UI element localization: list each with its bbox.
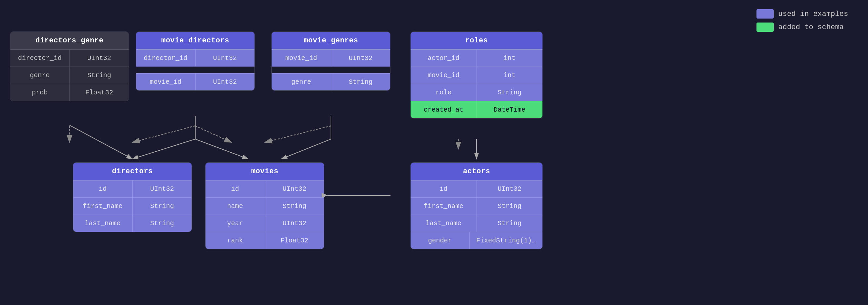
svg-line-15	[281, 139, 331, 159]
table-row: rank Float32	[206, 232, 324, 249]
table-row: last_name String	[411, 215, 542, 232]
legend-box-blue	[756, 9, 774, 19]
table-rows-actors: id UInt32 first_name String last_name St…	[411, 180, 542, 249]
table-row-created-at: created_at DateTime	[411, 101, 542, 118]
table-rows-directors-genre: director_id UInt32 genre String prob Flo…	[10, 49, 129, 101]
table-actors: actors id UInt32 first_name String last_…	[410, 162, 543, 249]
table-row: movie_id UInt32	[136, 73, 254, 90]
table-row: first_name String	[73, 197, 192, 215]
legend: used in examples added to schema	[756, 9, 848, 32]
svg-line-2	[132, 126, 195, 142]
table-row: role String	[411, 84, 542, 101]
table-row: actor_id int	[411, 49, 542, 66]
table-header-movies: movies	[206, 163, 324, 180]
svg-line-13	[195, 139, 248, 159]
table-row: first_name String	[411, 197, 542, 215]
table-header-movie-genres: movie_genres	[272, 32, 390, 49]
legend-label-added: added to schema	[778, 23, 844, 31]
table-directors-genre: directors_genre director_id UInt32 genre…	[10, 31, 129, 101]
table-rows-movies: id UInt32 name String year UInt32 rank F…	[206, 180, 324, 249]
table-row: gender FixedString(1)…	[411, 232, 542, 249]
svg-line-11	[132, 139, 195, 159]
table-movies: movies id UInt32 name String year UInt32…	[205, 162, 324, 249]
table-rows-movie-genres: movie_id UInt32 genre String	[272, 49, 390, 90]
svg-line-4	[265, 126, 331, 142]
table-header-movie-directors: movie_directors	[136, 32, 254, 49]
table-rows-movie-directors: director_id UInt32 movie_id UInt32	[136, 49, 254, 90]
table-row: director_id UInt32	[136, 49, 254, 66]
table-rows-directors: id UInt32 first_name String last_name St…	[73, 180, 192, 232]
svg-line-3	[195, 126, 231, 142]
legend-box-green	[756, 23, 774, 32]
table-row: year UInt32	[206, 215, 324, 232]
table-row: id UInt32	[411, 180, 542, 197]
table-row: genre String	[272, 73, 390, 90]
table-row: id UInt32	[206, 180, 324, 197]
table-row: genre String	[10, 66, 129, 84]
svg-line-9	[69, 125, 132, 159]
table-row: prob Float32	[10, 84, 129, 101]
table-header-actors: actors	[411, 163, 542, 180]
table-row: movie_id UInt32	[272, 49, 390, 66]
table-directors: directors id UInt32 first_name String la…	[73, 162, 192, 232]
table-row: name String	[206, 197, 324, 215]
legend-label-used: used in examples	[778, 10, 848, 18]
legend-item-added: added to schema	[756, 23, 848, 32]
table-row: last_name String	[73, 215, 192, 232]
table-header-directors: directors	[73, 163, 192, 180]
table-rows-roles: actor_id int movie_id int role String cr…	[411, 49, 542, 118]
table-roles: roles actor_id int movie_id int role Str…	[410, 31, 543, 118]
table-header-roles: roles	[411, 32, 542, 49]
table-row: movie_id int	[411, 66, 542, 84]
table-movie-directors: movie_directors director_id UInt32 movie…	[136, 31, 255, 91]
table-row: id UInt32	[73, 180, 192, 197]
table-row: director_id UInt32	[10, 49, 129, 66]
diagram-canvas: used in examples added to schema directo…	[0, 0, 868, 305]
table-header-directors-genre: directors_genre	[10, 32, 129, 49]
legend-item-used: used in examples	[756, 9, 848, 19]
table-movie-genres: movie_genres movie_id UInt32 genre Strin…	[271, 31, 391, 91]
